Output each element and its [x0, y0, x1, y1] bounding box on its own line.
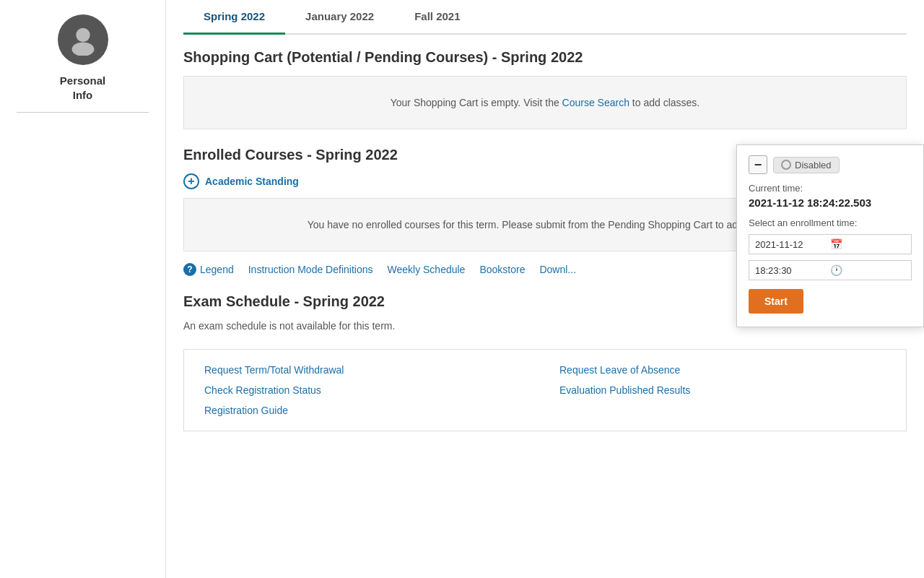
shopping-cart-empty-box: Your Shopping Cart is empty. Visit the C… — [183, 76, 907, 129]
bottom-links-grid: Request Term/Total Withdrawal Request Le… — [204, 364, 886, 416]
bookstore-link[interactable]: Bookstore — [479, 264, 525, 275]
request-withdrawal-link[interactable]: Request Term/Total Withdrawal — [204, 364, 531, 376]
shopping-cart-title: Shopping Cart (Potential / Pending Cours… — [183, 49, 907, 66]
start-button[interactable]: Start — [749, 289, 803, 314]
term-tabs: Spring 2022 January 2022 Fall 2021 — [183, 0, 907, 35]
registration-guide-link[interactable]: Registration Guide — [204, 405, 531, 416]
popup-header: − Disabled — [749, 155, 912, 174]
select-enrollment-label: Select an enrollment time: — [749, 217, 912, 228]
personal-info-label[interactable]: Personal Info — [60, 74, 105, 102]
evaluation-published-link[interactable]: Evaluation Published Results — [559, 384, 886, 396]
enrollment-date-input[interactable]: 2021-11-12 📅 — [749, 234, 912, 254]
sidebar: Personal Info — [0, 0, 166, 578]
disabled-label: Disabled — [795, 160, 832, 171]
stop-icon — [781, 160, 791, 170]
popup-minimize-button[interactable]: − — [749, 155, 767, 174]
instruction-mode-link[interactable]: Instruction Mode Definitions — [248, 264, 373, 275]
current-time-label: Current time: — [749, 183, 912, 194]
enrollment-time-popup: − Disabled Current time: 2021-11-12 18:2… — [736, 144, 924, 327]
calendar-icon: 📅 — [830, 238, 905, 250]
tab-fall2021[interactable]: Fall 2021 — [394, 0, 480, 35]
legend-item: ? Legend — [183, 263, 234, 276]
sidebar-divider — [17, 112, 149, 113]
legend-link[interactable]: Legend — [200, 264, 234, 275]
request-leave-link[interactable]: Request Leave of Absence — [559, 364, 886, 376]
shopping-cart-empty-prefix: Your Shopping Cart is empty. Visit the — [391, 97, 562, 108]
enrollment-time-value: 18:23:30 — [755, 265, 830, 276]
bottom-links-box: Request Term/Total Withdrawal Request Le… — [183, 349, 907, 431]
course-search-link[interactable]: Course Search — [562, 97, 629, 108]
disabled-badge: Disabled — [773, 157, 840, 173]
enrollment-date-value: 2021-11-12 — [755, 239, 830, 250]
no-courses-message: You have no enrolled courses for this te… — [308, 219, 783, 230]
shopping-cart-empty-suffix: to add classes. — [629, 97, 699, 108]
academic-standing-link[interactable]: Academic Standing — [205, 176, 299, 187]
svg-point-1 — [71, 43, 94, 56]
tab-january2022[interactable]: January 2022 — [285, 0, 394, 35]
svg-point-0 — [76, 28, 90, 42]
enrollment-time-input[interactable]: 18:23:30 🕐 — [749, 260, 912, 280]
avatar — [58, 14, 108, 65]
clock-icon: 🕐 — [830, 264, 905, 276]
question-icon: ? — [183, 263, 196, 276]
download-link[interactable]: Downl... — [539, 264, 576, 275]
academic-standing-expand[interactable]: + — [183, 173, 199, 189]
current-time-value: 2021-11-12 18:24:22.503 — [749, 197, 912, 209]
check-registration-link[interactable]: Check Registration Status — [204, 384, 531, 396]
tab-spring2022[interactable]: Spring 2022 — [183, 0, 285, 35]
weekly-schedule-link[interactable]: Weekly Schedule — [387, 264, 465, 275]
